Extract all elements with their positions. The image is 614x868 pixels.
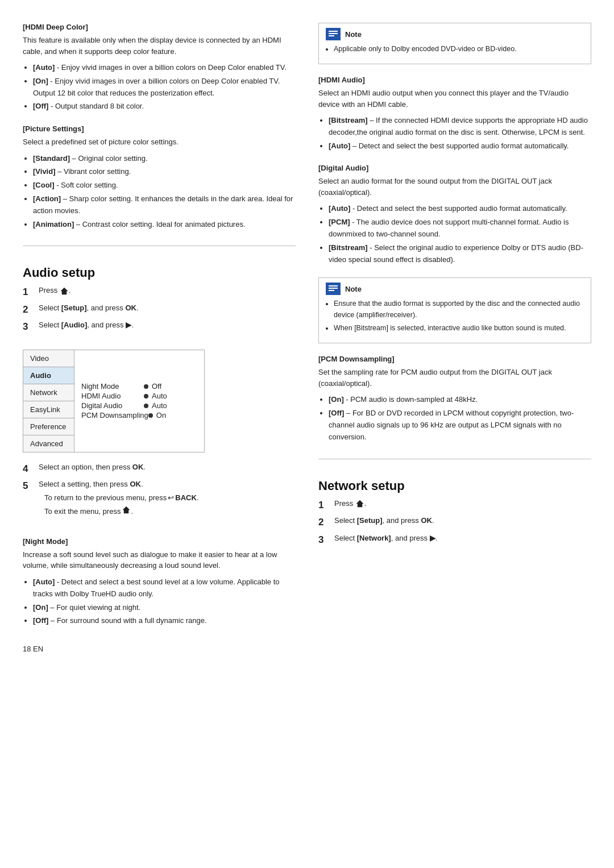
list-item: Applicable only to Dolby encoded DVD-vid… [334,43,584,55]
network-setup-title: Network setup [318,479,591,493]
list-item: [Auto] - Detect and select the best supp… [329,203,591,215]
hdmi-deep-color-list: [Auto] - Enjoy vivid images in over a bi… [33,62,296,114]
divider-2 [318,459,591,459]
list-item: [Animation] – Contrast color setting. Id… [33,219,296,231]
menu-option-digital-audio: Digital Audio Auto [81,401,197,410]
sub-steps: To return to the previous menu, press ↩ … [44,492,199,517]
picture-settings-list: [Standard] – Original color setting. [Vi… [33,153,296,232]
home-icon [356,500,364,508]
note-header: Note [326,28,584,40]
list-item: [Auto] - Enjoy vivid images in over a bi… [33,62,296,74]
dot-icon [144,394,148,398]
note-icon [326,28,341,40]
menu-option-hdmi-audio: HDMI Audio Auto [81,392,197,400]
divider [23,246,296,246]
svg-rect-5 [329,285,338,286]
step-1: 1 Press . [23,285,296,300]
table-row: Video Night Mode Off HDMI Audio Auto [23,350,205,367]
note-list-1: Applicable only to Dolby encoded DVD-vid… [334,43,584,55]
hdmi-deep-color-title: [HDMI Deep Color] [23,23,296,31]
list-item: [Auto] - Detect and select a best sound … [33,576,296,600]
svg-marker-8 [356,500,363,507]
list-item: [Vivid] – Vibrant color setting. [33,166,296,178]
dot-icon [148,413,153,418]
svg-rect-4 [329,35,334,36]
list-item: To exit the menu, press. [44,506,199,517]
menu-cat-easylink: EasyLink [23,401,74,418]
list-item: [Off] – For BD or DVD recorded in LPCM w… [329,408,591,443]
note-lines-icon [328,30,338,39]
list-item: [Off] – For surround sound with a full d… [33,615,296,627]
note-icon-2 [326,283,341,295]
step-5: 5 Select a setting, then press OK. To re… [23,479,296,522]
menu-cat-video: Video [23,350,74,367]
menu-cat-audio: Audio [23,367,74,384]
right-column: Note Applicable only to Dolby encoded DV… [318,17,591,653]
audio-setup-steps: 1 Press . 2 Select [Setup], and press OK… [23,285,296,337]
menu-cat-network: Network [23,384,74,401]
picture-settings-title: [Picture Settings] [23,124,296,133]
hdmi-deep-color-intro: This feature is available only when the … [23,35,296,57]
note-lines-icon-2 [328,284,338,293]
network-setup-steps: 1 Press . 2 Select [Setup], and press OK… [318,498,591,550]
list-item: [Auto] – Detect and select the best supp… [329,140,591,152]
svg-rect-3 [329,33,338,34]
hdmi-audio-list: [Bitstream] – If the connected HDMI devi… [329,115,591,153]
pcm-downsampling-intro: Set the sampling rate for PCM audio outp… [318,367,591,389]
note-box-2: Note Ensure that the audio format is sup… [318,277,591,343]
home-icon [60,287,68,295]
page-number: 18 EN [23,633,296,653]
night-mode-intro: Increase a soft sound level such as dial… [23,549,296,571]
list-item: [PCM] - The audio device does not suppor… [329,217,591,240]
step-3: 3 Select [Audio], and press ▶. [23,319,296,334]
left-column: [HDMI Deep Color] This feature is availa… [23,17,296,653]
step-3: 3 Select [Network], and press ▶. [318,533,591,547]
list-item: [Action] – Sharp color setting. It enhan… [33,193,296,217]
menu-options-col: Night Mode Off HDMI Audio Auto Digital A… [74,350,205,452]
list-item: [On] - Enjoy vivid images in over a bill… [33,76,296,99]
menu-option-pcm: PCM Downsampling On [81,411,197,420]
menu-option-night-mode: Night Mode Off [81,382,197,391]
svg-marker-1 [123,506,130,513]
night-mode-title: [Night Mode] [23,537,296,546]
hdmi-audio-intro: Select an HDMI audio output when you con… [318,88,591,110]
audio-setup-title: Audio setup [23,265,296,280]
svg-rect-2 [329,31,338,32]
home-icon [122,506,130,514]
note-header-2: Note [326,283,584,295]
digital-audio-title: [Digital Audio] [318,164,591,172]
dot-icon [144,384,148,389]
menu-cat-advanced: Advanced [23,435,74,452]
hdmi-audio-title: [HDMI Audio] [318,76,591,84]
note-list-2: Ensure that the audio format is supporte… [334,298,584,334]
menu-table: Video Night Mode Off HDMI Audio Auto [23,350,205,452]
night-mode-list: [Auto] - Detect and select a best sound … [33,576,296,629]
list-item: [Cool] - Soft color setting. [33,180,296,192]
dot-icon [144,404,148,408]
list-item: [Standard] – Original color setting. [33,153,296,165]
digital-audio-intro: Select an audio format for the sound out… [318,176,591,198]
svg-marker-0 [61,288,68,294]
list-item: [On] - PCM audio is down-sampled at 48kH… [329,394,591,406]
step-2: 2 Select [Setup], and press OK. [23,302,296,317]
step-1: 1 Press . [318,498,591,513]
svg-rect-6 [329,288,338,289]
list-item: When [Bitstream] is selected, interactiv… [334,322,584,334]
list-item: [On] – For quiet viewing at night. [33,602,296,614]
list-item: [Off] - Output standard 8 bit color. [33,101,296,113]
list-item: [Bitstream] - Select the original audio … [329,242,591,266]
list-item: To return to the previous menu, press ↩ … [44,492,199,504]
picture-settings-intro: Select a predefined set of picture color… [23,136,296,148]
digital-audio-list: [Auto] - Detect and select the best supp… [329,203,591,267]
list-item: Ensure that the audio format is supporte… [334,298,584,321]
list-item: [Bitstream] – If the connected HDMI devi… [329,115,591,139]
step-2: 2 Select [Setup], and press OK. [318,515,591,530]
note-box-1: Note Applicable only to Dolby encoded DV… [318,23,591,64]
step-4: 4 Select an option, then press OK. [23,462,296,476]
pcm-downsampling-list: [On] - PCM audio is down-sampled at 48kH… [329,394,591,445]
audio-setup-steps-2: 4 Select an option, then press OK. 5 Sel… [23,462,296,525]
menu-cat-preference: Preference [23,418,74,435]
pcm-downsampling-title: [PCM Downsampling] [318,355,591,363]
svg-rect-7 [329,290,334,291]
